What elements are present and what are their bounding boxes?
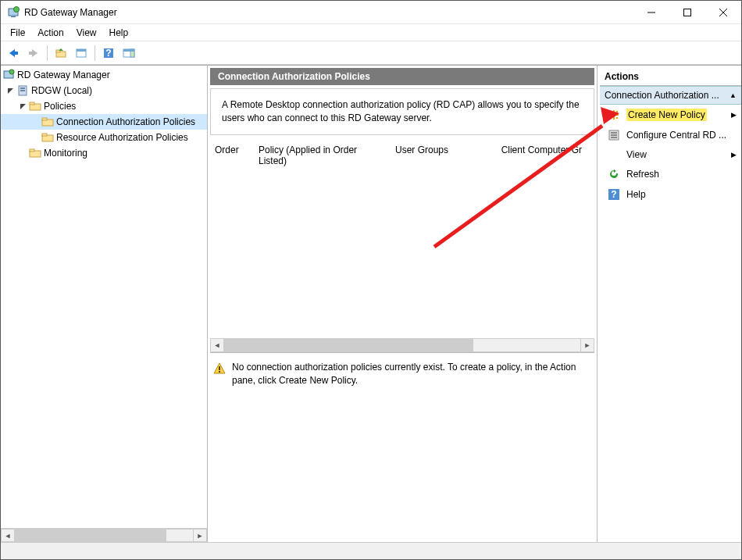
svg-rect-29 — [30, 102, 34, 105]
detail-pane: Connection Authorization Policies A Remo… — [208, 66, 598, 542]
menu-action[interactable]: Action — [31, 26, 70, 40]
svg-point-2 — [14, 6, 20, 12]
menu-file[interactable]: File — [4, 26, 31, 40]
maximize-button[interactable] — [669, 1, 705, 23]
svg-rect-33 — [42, 134, 47, 136]
col-policy[interactable]: Policy (Applied in Order Listed) — [259, 141, 395, 169]
col-order[interactable]: Order — [215, 141, 259, 169]
svg-point-22 — [9, 70, 14, 74]
svg-rect-35 — [30, 149, 34, 152]
scroll-right-icon[interactable]: ► — [580, 338, 594, 352]
action-help[interactable]: ? Help — [600, 184, 741, 205]
menu-help[interactable]: Help — [103, 26, 135, 40]
properties-button[interactable] — [72, 44, 91, 62]
col-client-groups[interactable]: Client Computer Gr — [497, 141, 590, 169]
menu-view[interactable]: View — [70, 26, 103, 40]
svg-rect-48 — [611, 137, 617, 138]
info-message-text: No connection authorization policies cur… — [232, 361, 587, 532]
detail-header: Connection Authorization Policies — [210, 68, 594, 85]
app-icon — [2, 69, 15, 81]
tree-monitoring[interactable]: Monitoring — [1, 145, 207, 161]
minimize-button[interactable] — [633, 1, 669, 23]
svg-text:?: ? — [105, 48, 111, 59]
content-area: RD Gateway Manager RDGW (Local) Policies… — [1, 65, 741, 542]
show-hide-action-pane-button[interactable] — [120, 44, 138, 62]
svg-rect-1 — [11, 16, 16, 17]
svg-rect-25 — [20, 87, 25, 89]
svg-text:?: ? — [611, 189, 616, 200]
svg-rect-4 — [684, 9, 691, 16]
col-user-groups[interactable]: User Groups — [395, 141, 497, 169]
svg-rect-42 — [616, 111, 618, 112]
app-window: RD Gateway Manager File Action View Help… — [0, 0, 742, 560]
refresh-icon — [608, 168, 620, 180]
tree-rap[interactable]: Resource Authorization Policies — [1, 130, 207, 145]
svg-rect-44 — [616, 117, 618, 119]
svg-rect-31 — [42, 118, 47, 120]
policy-list[interactable] — [210, 173, 594, 337]
folder-icon — [41, 116, 54, 128]
scroll-right-icon[interactable]: ► — [193, 529, 207, 542]
tree-hscrollbar[interactable]: ◄ ► — [1, 528, 207, 542]
tree-cap[interactable]: Connection Authorization Policies — [1, 114, 207, 130]
statusbar — [1, 542, 741, 559]
tree-pane: RD Gateway Manager RDGW (Local) Policies… — [1, 66, 208, 542]
scroll-left-icon[interactable]: ◄ — [210, 338, 224, 352]
actions-context-header[interactable]: Connection Authorization ... ▲ — [600, 86, 741, 105]
action-configure-central-rd[interactable]: Configure Central RD ... — [600, 125, 741, 145]
list-headers: Order Policy (Applied in Order Listed) U… — [210, 138, 594, 173]
svg-rect-15 — [77, 49, 86, 52]
tree-root[interactable]: RD Gateway Manager — [1, 67, 207, 83]
folder-icon — [29, 147, 41, 159]
svg-rect-20 — [123, 49, 134, 52]
up-level-button[interactable] — [52, 44, 70, 62]
svg-rect-43 — [610, 117, 612, 119]
menubar: File Action View Help — [1, 24, 741, 41]
expander-icon[interactable] — [4, 87, 16, 95]
actions-pane: Actions Connection Authorization ... ▲ C… — [598, 66, 741, 542]
scroll-left-icon[interactable]: ◄ — [1, 529, 15, 542]
svg-rect-8 — [14, 52, 18, 55]
svg-rect-10 — [29, 52, 33, 55]
svg-rect-40 — [609, 114, 619, 116]
svg-marker-7 — [9, 49, 15, 57]
svg-rect-26 — [20, 90, 25, 91]
toolbar: ? — [1, 41, 741, 65]
collapse-icon[interactable]: ▲ — [730, 91, 737, 99]
folder-icon — [29, 100, 41, 112]
info-message: No connection authorization policies cur… — [210, 352, 594, 540]
window-title: RD Gateway Manager — [24, 7, 633, 18]
chevron-right-icon: ▶ — [731, 111, 737, 119]
actions-header: Actions — [600, 68, 741, 86]
server-settings-icon — [608, 129, 620, 141]
action-view[interactable]: View ▶ — [600, 145, 741, 164]
svg-rect-47 — [611, 134, 617, 136]
close-button[interactable] — [705, 1, 741, 23]
app-icon — [7, 6, 20, 19]
titlebar: RD Gateway Manager — [1, 1, 741, 24]
help-icon: ? — [608, 188, 620, 201]
nav-back-button[interactable] — [4, 44, 23, 62]
nav-forward-button[interactable] — [24, 44, 43, 62]
folder-icon — [41, 131, 54, 144]
svg-rect-46 — [611, 132, 617, 134]
action-create-new-policy[interactable]: Create New Policy ▶ — [600, 105, 741, 125]
svg-marker-23 — [8, 88, 13, 94]
expander-icon[interactable] — [16, 103, 29, 110]
tree-view[interactable]: RD Gateway Manager RDGW (Local) Policies… — [1, 66, 207, 528]
chevron-right-icon: ▶ — [731, 151, 737, 159]
warning-icon — [213, 362, 226, 375]
detail-description: A Remote Desktop connection authorizatio… — [210, 88, 594, 135]
new-icon — [608, 109, 620, 121]
help-button[interactable]: ? — [99, 44, 118, 62]
tree-policies[interactable]: Policies — [1, 98, 207, 114]
list-hscrollbar[interactable]: ◄ ► — [210, 338, 594, 352]
svg-marker-27 — [20, 104, 26, 109]
svg-marker-9 — [32, 49, 37, 57]
action-refresh[interactable]: Refresh — [600, 164, 741, 184]
svg-rect-41 — [610, 111, 612, 112]
server-icon — [16, 84, 29, 97]
tree-server[interactable]: RDGW (Local) — [1, 83, 207, 98]
svg-rect-37 — [219, 366, 220, 370]
svg-rect-38 — [219, 371, 220, 373]
